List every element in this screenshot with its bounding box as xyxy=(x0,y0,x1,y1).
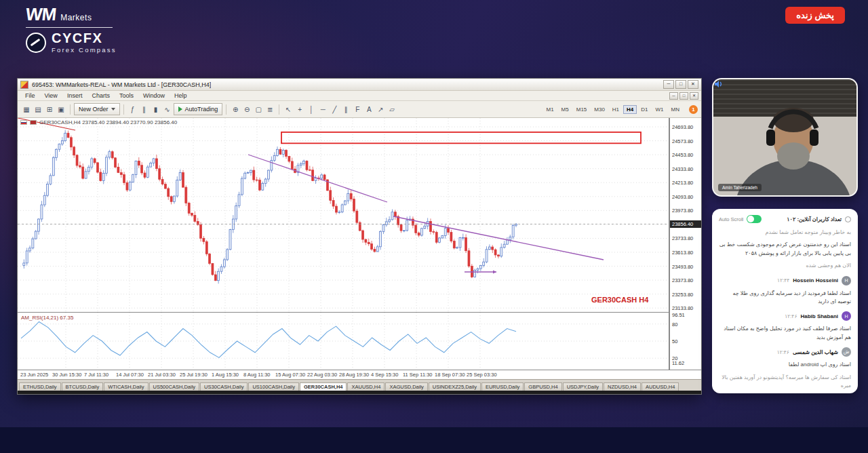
chart-tab[interactable]: US30CASH,Daily xyxy=(200,382,248,391)
trendline-icon[interactable]: ╱ xyxy=(329,104,340,115)
arrow-icon[interactable]: ↗ xyxy=(375,104,386,115)
price-axis-label: 23973.80 xyxy=(672,208,693,214)
price-axis-label: 23253.80 xyxy=(672,292,693,298)
menu-file[interactable]: File xyxy=(20,92,40,99)
mt4-toolbar: ▦▤⊞▣ New Order ƒ∥▮∿ AutoTrading ⊕⊖▢≣ ↖+│… xyxy=(18,101,701,118)
chart-candles-icon[interactable]: ▮ xyxy=(151,104,161,115)
vertical-line-icon[interactable]: │ xyxy=(306,104,317,115)
autotrading-label: AutoTrading xyxy=(185,106,218,113)
chart-plot-area[interactable]: GER30CASH,H4 23785.40 23894.40 23770.90 … xyxy=(18,118,669,370)
timeframe-m5[interactable]: M5 xyxy=(558,105,572,114)
resistance-zone[interactable] xyxy=(281,132,641,143)
symbol-ohlc-info: GER30CASH,H4 23785.40 23894.40 23770.90 … xyxy=(20,119,177,125)
horizontal-line-icon[interactable]: ─ xyxy=(317,104,328,115)
timeframe-m1[interactable]: M1 xyxy=(542,105,557,114)
cursor-icon[interactable]: ↖ xyxy=(283,104,294,115)
tile-windows-icon[interactable]: ▢ xyxy=(253,104,264,115)
chart-tab[interactable]: USINDEXZ25,Daily xyxy=(429,382,481,391)
indicators-icon[interactable]: ƒ xyxy=(127,104,138,115)
timeframe-mn[interactable]: MN xyxy=(668,105,683,114)
timeframe-h4[interactable]: H4 xyxy=(623,105,637,114)
data-window-icon[interactable]: ▤ xyxy=(33,104,43,115)
timeframe-m15[interactable]: M15 xyxy=(573,105,591,114)
menu-help[interactable]: Help xyxy=(170,92,192,99)
chat-username: Hossein Hosseini xyxy=(793,277,838,283)
zoom-in-icon[interactable]: ⊕ xyxy=(230,104,241,115)
window-maximize-button[interactable]: □ xyxy=(675,80,686,89)
time-axis-label: 4 Sep 15:30 xyxy=(371,372,398,378)
terminal-icon[interactable]: ▣ xyxy=(56,104,66,115)
chart-tab[interactable]: US100CASH,Daily xyxy=(248,382,299,391)
chart-window-maximize-button[interactable]: □ xyxy=(679,92,688,100)
timeframe-d1[interactable]: D1 xyxy=(637,105,651,114)
chart-tab[interactable]: WTICASH,Daily xyxy=(104,382,148,391)
window-minimize-button[interactable]: ─ xyxy=(663,80,674,89)
time-axis-label: 30 Jun 15:30 xyxy=(52,372,81,378)
price-axis[interactable]: 24693.8024573.8024453.8024333.8024213.80… xyxy=(669,118,701,370)
autotrading-button[interactable]: AutoTrading xyxy=(174,103,223,115)
menu-window[interactable]: Window xyxy=(138,92,170,99)
chat-username: شهاب الدین شمسی xyxy=(793,349,838,355)
window-close-button[interactable]: ✕ xyxy=(688,80,698,89)
chart-tab[interactable]: AUDUSD,H4 xyxy=(642,382,679,391)
chart-tab[interactable]: ETHUSD,Daily xyxy=(19,382,61,391)
zoom-out-icon[interactable]: ⊖ xyxy=(241,104,252,115)
chat-user-row: HHossein Hosseini۱۲:۴۴ xyxy=(719,276,851,285)
time-axis[interactable]: 23 Jun 202530 Jun 15:307 Jul 11:3014 Jul… xyxy=(18,370,701,379)
alert-badge[interactable]: 1 xyxy=(689,105,698,114)
toolbar-group-chart: ƒ∥▮∿ xyxy=(127,104,173,115)
market-watch-icon[interactable]: ▦ xyxy=(21,104,32,115)
channel-icon[interactable]: ∥ xyxy=(340,104,351,115)
candles xyxy=(23,130,517,284)
time-axis-label: 28 Aug 19:30 xyxy=(339,372,369,378)
settings-icon[interactable] xyxy=(845,216,851,222)
chart-bars-icon[interactable]: ∥ xyxy=(139,104,150,115)
price-axis-label: 23733.80 xyxy=(672,235,693,241)
menu-charts[interactable]: Charts xyxy=(87,92,115,99)
chart-tab[interactable]: NZDUSD,H4 xyxy=(604,382,641,391)
timeframe-w1[interactable]: W1 xyxy=(652,105,667,114)
chart-tab[interactable]: GER30CASH,H4 xyxy=(300,382,347,391)
chart-tab[interactable]: GBPUSD,H4 xyxy=(524,382,561,391)
chart-tab[interactable]: XAUUSD,H4 xyxy=(347,382,384,391)
toolbar-group-zoom: ⊕⊖▢≣ xyxy=(230,104,275,115)
live-badge: پخش زنده xyxy=(785,7,845,24)
text-icon[interactable]: A xyxy=(363,104,374,115)
chart-tab[interactable]: USDJPY,Daily xyxy=(563,382,603,391)
rsi-line xyxy=(21,321,516,357)
chat-user-row: HHabib Shabani۱۲:۴۶ xyxy=(719,311,851,321)
mt4-titlebar[interactable]: 695453: WMMarkets-REAL - WM Markets Ltd … xyxy=(18,79,701,91)
webcam-video: Amin Taherizadeh xyxy=(712,78,858,197)
chart-line-icon[interactable]: ∿ xyxy=(162,104,173,115)
time-axis-label: 25 Jul 19:30 xyxy=(180,372,208,378)
crosshair-icon[interactable]: + xyxy=(294,104,305,115)
user-avatar: H xyxy=(842,276,851,285)
chart-window-close-button[interactable]: ✕ xyxy=(690,92,698,100)
mt4-app-icon xyxy=(20,81,28,89)
new-order-button[interactable]: New Order xyxy=(74,103,120,115)
user-avatar: H xyxy=(842,311,851,321)
menu-tools[interactable]: Tools xyxy=(115,92,138,99)
chart-tab[interactable]: US500CASH,Daily xyxy=(149,382,200,391)
menu-view[interactable]: View xyxy=(40,92,62,99)
fibonacci-icon[interactable]: F xyxy=(352,104,363,115)
chart-window-minimize-button[interactable]: ─ xyxy=(669,92,678,100)
price-axis-label: 24333.80 xyxy=(672,166,693,172)
chat-message: استاد روی اپ android لطفا xyxy=(719,361,851,369)
shapes-icon[interactable]: ▱ xyxy=(387,104,397,115)
chart-tab[interactable]: XAGUSD,Daily xyxy=(385,382,427,391)
time-axis-label: 14 Jul 07:30 xyxy=(116,372,144,378)
time-axis-label: 11 Sep 11:30 xyxy=(403,372,433,378)
time-axis-label: 8 Aug 11:30 xyxy=(243,372,270,378)
price-axis-label: 24213.80 xyxy=(672,180,693,186)
navigator-icon[interactable]: ⊞ xyxy=(44,104,55,115)
timeframe-m30[interactable]: M30 xyxy=(591,105,608,114)
chart-tab[interactable]: EURUSD,Daily xyxy=(481,382,524,391)
auto-scroll-toggle[interactable] xyxy=(747,215,762,223)
chart-tab[interactable]: BTCUSD,Daily xyxy=(62,382,104,391)
menu-insert[interactable]: Insert xyxy=(62,92,87,99)
chat-message-list[interactable]: به خاطر وبینار متوجه تعامل شما نشدماستاد… xyxy=(719,229,851,390)
time-axis-label: 7 Jul 11:30 xyxy=(84,372,108,378)
chart-shift-icon[interactable]: ≣ xyxy=(264,104,275,115)
timeframe-h1[interactable]: H1 xyxy=(609,105,623,114)
